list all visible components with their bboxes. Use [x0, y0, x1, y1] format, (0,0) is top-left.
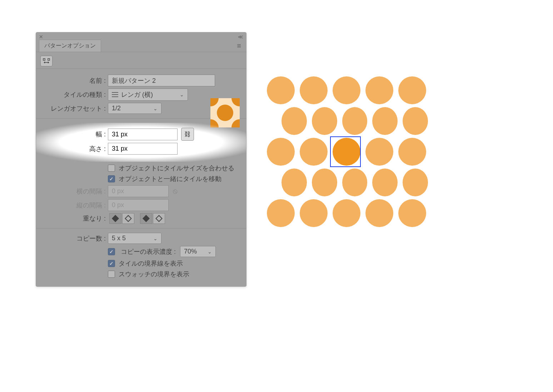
collapse-icon[interactable]: ≪ [238, 34, 243, 40]
name-input[interactable] [108, 75, 215, 86]
hgap-label: 横の間隔 : [42, 187, 108, 196]
fit-tile-checkbox[interactable] [108, 165, 115, 172]
svg-rect-0 [43, 59, 45, 60]
overlap-bottom-front[interactable] [153, 213, 165, 224]
overlap-label: 重なり : [42, 214, 108, 223]
diamond-icon [112, 215, 119, 222]
pattern-options-panel: ✕ ≪ パターンオプション ≡ 名前 : タイルの種類 : レンガ (横) [36, 32, 246, 287]
close-icon[interactable]: ✕ [39, 34, 43, 40]
panel-toolbar [36, 52, 246, 69]
diamond-icon [143, 215, 150, 222]
show-swatch-bounds-label: スウォッチの境界を表示 [119, 270, 189, 278]
name-label: 名前 : [42, 76, 108, 85]
tiletype-label: タイルの種類 : [42, 90, 108, 99]
width-label: 幅 : [42, 130, 108, 139]
overlap-top-front[interactable] [140, 213, 152, 224]
vgap-label: 縦の間隔 : [42, 201, 108, 210]
panel-titlebar: ✕ ≪ [36, 32, 246, 40]
offset-label: レンガオフセット : [42, 104, 108, 113]
move-tile-checkbox[interactable] [108, 175, 115, 182]
opacity-checkbox[interactable] [108, 248, 115, 255]
chevron-down-icon: ⌄ [153, 236, 158, 241]
height-label: 高さ : [42, 145, 108, 153]
canvas-preview [263, 75, 430, 228]
offset-value: 1/2 [112, 105, 121, 112]
show-tile-edge-checkbox[interactable] [108, 260, 115, 267]
tab-label: パターンオプション [44, 42, 96, 49]
offset-select[interactable]: 1/2 ⌄ [108, 103, 161, 114]
size-highlight: 幅 : ⛓ 高さ : [36, 123, 246, 162]
diamond-icon [155, 215, 163, 222]
center-tile-object[interactable] [333, 138, 360, 166]
height-input[interactable] [108, 143, 178, 155]
link-size-button[interactable]: ⛓ [181, 128, 194, 141]
chevron-down-icon: ⌄ [153, 106, 158, 111]
vgap-input [108, 199, 169, 211]
tab-pattern-options[interactable]: パターンオプション [39, 40, 101, 52]
opacity-select[interactable]: 70% ⌄ [180, 246, 216, 257]
copies-label: コピー数 : [42, 234, 108, 243]
fit-tile-label: オブジェクトにタイルサイズを合わせる [119, 164, 234, 172]
opacity-value: 70% [184, 248, 197, 255]
move-tile-label: オブジェクトと一緒にタイルを移動 [119, 175, 221, 183]
diamond-icon [125, 215, 132, 222]
panel-menu-icon[interactable]: ≡ [235, 40, 243, 51]
overlap-group [109, 213, 165, 224]
brick-icon [112, 92, 118, 97]
chevron-down-icon: ⌄ [180, 92, 184, 97]
tab-row: パターンオプション ≡ [36, 40, 246, 52]
copies-select[interactable]: 5 x 5 ⌄ [108, 233, 161, 244]
show-tile-edge-label: タイルの境界線を表示 [119, 259, 183, 268]
overlap-left-front[interactable] [109, 213, 121, 224]
show-swatch-bounds-checkbox[interactable] [108, 271, 115, 278]
width-input[interactable] [108, 129, 178, 140]
tile-edit-button[interactable] [40, 56, 53, 66]
overlap-right-front[interactable] [122, 213, 134, 224]
unlink-icon: ⦸ [173, 187, 178, 195]
copies-value: 5 x 5 [112, 235, 126, 242]
tiletype-select[interactable]: レンガ (横) ⌄ [108, 89, 188, 101]
svg-rect-1 [48, 59, 50, 60]
hgap-input [108, 185, 169, 197]
link-icon: ⛓ [184, 131, 191, 138]
tiletype-value: レンガ (横) [121, 90, 177, 99]
chevron-down-icon: ⌄ [208, 249, 212, 255]
opacity-label: コピーの表示濃度 : [121, 247, 176, 256]
